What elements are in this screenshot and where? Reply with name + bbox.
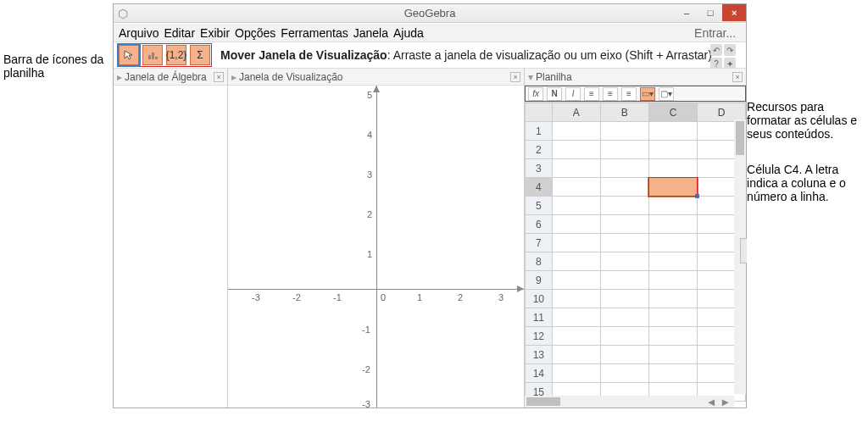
menu-editar[interactable]: Editar [164,26,195,40]
row-header[interactable]: 1 [526,122,553,141]
spreadsheet-grid[interactable]: ABCD123456789101112131415 ◄ ► [525,103,746,408]
cell[interactable] [648,290,697,308]
analysis-tool-button[interactable] [142,45,163,65]
align-right-button[interactable]: ≡ [621,87,637,101]
cell[interactable] [552,308,600,327]
align-center-button[interactable]: ≡ [603,87,618,101]
column-header[interactable]: B [600,103,648,122]
menu-exibir[interactable]: Exibir [200,26,230,40]
sum-tool-button[interactable]: Σ [190,45,210,65]
row-header[interactable]: 2 [526,141,553,159]
cell[interactable] [552,271,600,290]
cell[interactable] [552,234,600,252]
spreadsheet-scrollbar-horizontal[interactable]: ◄ ► [525,396,734,408]
cell[interactable] [552,197,600,215]
redo-icon[interactable]: ↷ [724,44,736,56]
cell[interactable] [648,234,697,252]
border-button[interactable]: ▢▾ [659,87,674,101]
cell[interactable] [648,308,697,327]
cell[interactable] [552,364,600,383]
cell[interactable] [648,122,697,141]
y-tick: 1 [367,249,372,259]
login-link[interactable]: Entrar... [694,26,736,40]
cell[interactable] [600,178,648,197]
cell[interactable] [600,234,648,252]
align-left-button[interactable]: ≡ [584,87,599,101]
row-header[interactable]: 4 [526,178,553,197]
cell[interactable] [552,141,600,159]
cell[interactable] [600,215,648,234]
undo-icon[interactable]: ↶ [710,44,722,56]
bold-button[interactable]: N [547,87,562,101]
menu-arquivo[interactable]: Arquivo [119,26,159,40]
cell[interactable] [552,327,600,346]
menu-ferramentas[interactable]: Ferramentas [281,26,348,40]
cell[interactable] [648,252,697,271]
row-header[interactable]: 5 [526,197,553,215]
cell[interactable] [552,252,600,271]
row-header[interactable]: 7 [526,234,553,252]
cell[interactable] [648,141,697,159]
graphics-canvas[interactable]: -3 -2 -1 0 1 2 3 5 4 3 2 1 -1 -2 -3 [228,86,524,408]
cell[interactable] [600,271,648,290]
cell[interactable] [552,215,600,234]
cell[interactable] [648,178,697,197]
row-header[interactable]: 10 [526,290,553,308]
window-close-button[interactable]: × [722,4,746,21]
cell[interactable] [648,346,697,364]
cell[interactable] [552,290,600,308]
cell[interactable] [600,327,648,346]
cell[interactable] [600,252,648,271]
window-maximize-button[interactable]: □ [698,4,722,21]
help-icon[interactable]: ? [710,58,722,69]
algebra-panel: ▸ Janela de Álgebra × [114,69,228,408]
row-header[interactable]: 12 [526,327,553,346]
cell[interactable] [600,159,648,178]
cell-fill-handle[interactable] [695,194,699,198]
cell[interactable] [552,346,600,364]
row-header[interactable]: 14 [526,364,553,383]
row-header[interactable]: 6 [526,215,553,234]
cell[interactable] [552,159,600,178]
row-header[interactable]: 8 [526,252,553,271]
chevron-right-icon[interactable]: ▸ [231,71,236,83]
fx-button[interactable]: fx [528,87,543,101]
row-header[interactable]: 9 [526,271,553,290]
callout-format-toolbar: Recursos para formatar as células e seus… [747,100,865,141]
side-expand-handle[interactable] [740,238,747,263]
chevron-right-icon[interactable]: ▸ [117,71,122,83]
cell[interactable] [648,215,697,234]
row-header[interactable]: 3 [526,159,553,178]
fill-color-button[interactable]: ▭▾ [640,87,655,101]
cell[interactable] [600,346,648,364]
cell[interactable] [648,197,697,215]
cell[interactable] [600,364,648,383]
menu-ajuda[interactable]: Ajuda [393,26,424,40]
cell[interactable] [600,122,648,141]
spreadsheet-close-button[interactable]: × [732,72,743,82]
list-tool-button[interactable]: {1,2} [166,45,186,65]
italic-button[interactable]: I [565,87,581,101]
cell[interactable] [600,308,648,327]
cell[interactable] [552,122,600,141]
settings-icon[interactable]: ✦ [724,58,736,69]
move-tool-button[interactable] [119,45,139,65]
chevron-down-icon[interactable]: ▾ [528,71,533,83]
row-header[interactable]: 11 [526,308,553,327]
cell[interactable] [552,178,600,197]
window-minimize-button[interactable]: – [675,4,698,21]
cell[interactable] [648,271,697,290]
cell[interactable] [600,197,648,215]
cell[interactable] [648,327,697,346]
cell[interactable] [600,290,648,308]
cell[interactable] [648,364,697,383]
menu-janela[interactable]: Janela [353,26,388,40]
menu-opcoes[interactable]: Opções [235,26,275,40]
cell[interactable] [648,159,697,178]
row-header[interactable]: 13 [526,346,553,364]
cell[interactable] [600,141,648,159]
column-header[interactable]: C [648,103,697,122]
graphics-close-button[interactable]: × [510,72,520,82]
algebra-close-button[interactable]: × [214,72,224,82]
column-header[interactable]: A [552,103,600,122]
